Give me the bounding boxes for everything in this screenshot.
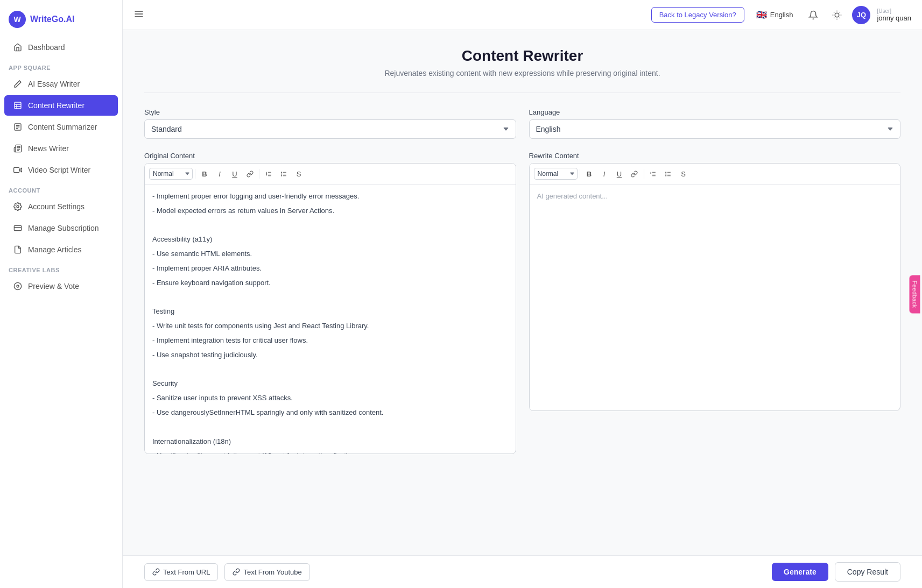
svg-point-43 bbox=[666, 172, 666, 172]
legacy-version-button[interactable]: Back to Legacy Version? bbox=[651, 7, 744, 23]
text-from-youtube-button[interactable]: Text From Youtube bbox=[224, 563, 309, 581]
sidebar-item-label: Preview & Vote bbox=[28, 282, 79, 291]
svg-point-44 bbox=[666, 173, 666, 174]
original-format-select[interactable]: Normal Heading 1 Heading 2 Heading 3 bbox=[149, 168, 193, 180]
ordered-list-button-rw[interactable] bbox=[646, 167, 660, 181]
toolbar-divider bbox=[195, 169, 195, 179]
page-title: Content Rewriter bbox=[144, 47, 900, 65]
language-group: Language English Spanish French German bbox=[529, 108, 901, 139]
underline-button[interactable]: U bbox=[228, 167, 242, 181]
sidebar-item-news-writer[interactable]: News Writer bbox=[4, 138, 118, 159]
sidebar-item-label: Dashboard bbox=[28, 43, 65, 52]
style-group: Style Standard Formal Casual Creative Ac… bbox=[144, 108, 516, 139]
sidebar-item-ai-essay[interactable]: AI Essay Writer bbox=[4, 74, 118, 94]
copy-result-button[interactable]: Copy Result bbox=[835, 562, 900, 582]
svg-point-11 bbox=[17, 206, 19, 208]
notification-icon[interactable] bbox=[805, 6, 822, 24]
text-from-url-label: Text From URL bbox=[163, 568, 210, 576]
svg-line-22 bbox=[834, 12, 835, 12]
strikethrough-button[interactable]: S bbox=[292, 167, 306, 181]
unordered-list-button[interactable] bbox=[277, 167, 291, 181]
home-icon bbox=[13, 42, 23, 52]
svg-rect-12 bbox=[14, 225, 21, 230]
user-name: jonny quan bbox=[877, 14, 911, 22]
bold-button[interactable]: B bbox=[198, 167, 212, 181]
italic-button[interactable]: I bbox=[213, 167, 227, 181]
svg-point-15 bbox=[17, 285, 19, 287]
svg-line-23 bbox=[840, 17, 840, 18]
avatar[interactable]: JQ bbox=[852, 6, 870, 24]
theme-icon[interactable] bbox=[828, 6, 846, 24]
sidebar-item-dashboard[interactable]: Dashboard bbox=[4, 37, 118, 58]
bottom-bar: Text From URL Text From Youtube Generate… bbox=[123, 555, 922, 588]
text-from-url-button[interactable]: Text From URL bbox=[144, 563, 218, 581]
subscription-icon bbox=[13, 223, 23, 233]
svg-point-34 bbox=[281, 172, 281, 172]
articles-icon bbox=[13, 245, 23, 254]
ordered-list-button[interactable] bbox=[262, 167, 276, 181]
account-label: ACCOUNT bbox=[0, 181, 122, 196]
language-select[interactable]: English Spanish French German bbox=[529, 119, 901, 139]
logo-text: WriteGo.AI bbox=[30, 15, 74, 24]
svg-marker-9 bbox=[19, 168, 22, 172]
language-label: Language bbox=[529, 108, 901, 116]
unordered-list-button-rw[interactable] bbox=[661, 167, 675, 181]
sidebar-item-label: Manage Subscription bbox=[28, 224, 99, 232]
sidebar-item-content-summarizer[interactable]: Content Summarizer bbox=[4, 117, 118, 137]
news-icon bbox=[13, 144, 23, 153]
sidebar-item-manage-subscription[interactable]: Manage Subscription bbox=[4, 218, 118, 238]
language-selector[interactable]: 🇬🇧 English bbox=[751, 6, 799, 23]
rewrite-format-select[interactable]: Normal Heading 1 Heading 2 Heading 3 bbox=[534, 168, 578, 180]
style-select[interactable]: Standard Formal Casual Creative Academic bbox=[144, 119, 516, 139]
toolbar-divider-rw bbox=[580, 169, 580, 179]
generate-button[interactable]: Generate bbox=[772, 563, 828, 581]
svg-point-19 bbox=[835, 13, 840, 17]
sidebar-item-label: AI Essay Writer bbox=[28, 80, 80, 88]
svg-point-35 bbox=[281, 173, 281, 174]
original-content-body[interactable]: - Implement proper error logging and use… bbox=[145, 185, 516, 454]
user-info: [User] jonny quan bbox=[877, 8, 911, 22]
bold-button-rw[interactable]: B bbox=[582, 167, 596, 181]
user-role: [User] bbox=[877, 8, 911, 14]
link-button[interactable] bbox=[243, 167, 257, 181]
italic-button-rw[interactable]: I bbox=[597, 167, 611, 181]
video-icon bbox=[13, 165, 23, 175]
svg-rect-10 bbox=[14, 167, 19, 172]
rewrite-content-panel: Rewrite Content Normal Heading 1 Heading… bbox=[529, 152, 901, 454]
sidebar-item-video-script[interactable]: Video Script Writer bbox=[4, 160, 118, 180]
sidebar-item-content-rewriter[interactable]: Content Rewriter bbox=[4, 95, 118, 116]
rewrite-content-body[interactable]: AI generated content... bbox=[530, 185, 900, 410]
original-content-label: Original Content bbox=[144, 152, 516, 160]
menu-icon[interactable] bbox=[133, 9, 144, 22]
underline-button-rw[interactable]: U bbox=[613, 167, 627, 181]
main-area: Back to Legacy Version? 🇬🇧 English JQ [U… bbox=[123, 0, 922, 588]
content-area: Content Rewriter Rejuvenates existing co… bbox=[123, 30, 922, 555]
feedback-badge[interactable]: Feedback bbox=[910, 275, 920, 313]
original-toolbar: Normal Heading 1 Heading 2 Heading 3 B I… bbox=[145, 164, 516, 185]
sidebar-item-label: Account Settings bbox=[28, 202, 85, 211]
toolbar-divider-2 bbox=[259, 169, 259, 179]
rewrite-icon bbox=[13, 101, 23, 110]
sidebar-item-account-settings[interactable]: Account Settings bbox=[4, 196, 118, 217]
ai-placeholder: AI generated content... bbox=[537, 192, 608, 200]
settings-row: Style Standard Formal Casual Creative Ac… bbox=[144, 108, 900, 139]
sidebar: W WriteGo.AI Dashboard APP SQUARE AI Ess… bbox=[0, 0, 123, 588]
link-button-rw[interactable] bbox=[628, 167, 642, 181]
svg-point-36 bbox=[281, 175, 281, 176]
svg-line-27 bbox=[840, 12, 840, 12]
strikethrough-button-rw[interactable]: S bbox=[677, 167, 691, 181]
sidebar-item-preview-vote[interactable]: Preview & Vote bbox=[4, 276, 118, 296]
page-subtitle: Rejuvenates existing content with new ex… bbox=[144, 69, 900, 77]
summarizer-icon bbox=[13, 122, 23, 132]
svg-point-14 bbox=[14, 282, 21, 289]
sidebar-item-manage-articles[interactable]: Manage Articles bbox=[4, 239, 118, 260]
sidebar-item-label: Content Summarizer bbox=[28, 123, 97, 131]
sidebar-item-label: Video Script Writer bbox=[28, 166, 90, 174]
topbar: Back to Legacy Version? 🇬🇧 English JQ [U… bbox=[123, 0, 922, 30]
editors-row: Original Content Normal Heading 1 Headin… bbox=[144, 152, 900, 454]
language-label: English bbox=[770, 11, 793, 19]
logo: W WriteGo.AI bbox=[0, 6, 122, 37]
style-label: Style bbox=[144, 108, 516, 116]
sidebar-item-label: Content Rewriter bbox=[28, 101, 85, 110]
app-square-label: APP SQUARE bbox=[0, 58, 122, 73]
